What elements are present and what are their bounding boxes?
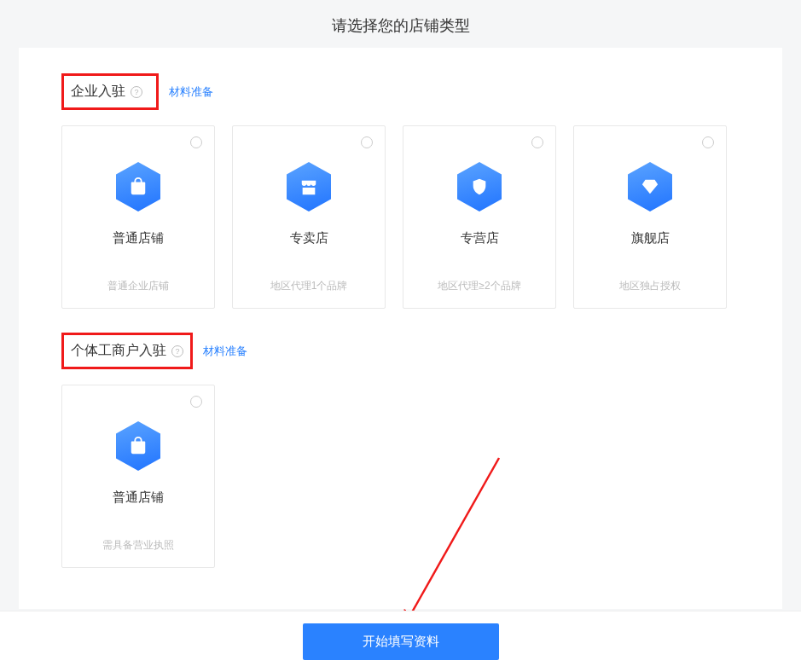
store-name: 专卖店 bbox=[290, 230, 328, 246]
radio-indicator[interactable] bbox=[531, 136, 543, 148]
store-desc: 地区代理1个品牌 bbox=[270, 279, 348, 293]
store-card-flagship[interactable]: 旗舰店 地区独占授权 bbox=[573, 125, 727, 309]
store-card-normal[interactable]: 普通店铺 普通企业店铺 bbox=[61, 125, 215, 309]
section-header-enterprise: 企业入驻 ? 材料准备 bbox=[61, 73, 740, 110]
section-title-highlight: 企业入驻 ? bbox=[61, 73, 159, 110]
radio-indicator[interactable] bbox=[361, 136, 373, 148]
store-icon-store bbox=[287, 162, 331, 211]
store-desc: 需具备营业执照 bbox=[102, 538, 174, 553]
bag-icon bbox=[129, 437, 148, 455]
store-name: 普通店铺 bbox=[113, 230, 164, 246]
store-name: 专营店 bbox=[461, 230, 499, 246]
radio-indicator[interactable] bbox=[190, 396, 202, 408]
store-card-specialty[interactable]: 专卖店 地区代理1个品牌 bbox=[232, 125, 386, 309]
store-icon-diamond bbox=[628, 162, 672, 211]
store-card-franchise[interactable]: 专营店 地区代理≥2个品牌 bbox=[403, 125, 556, 309]
diamond-icon bbox=[641, 177, 659, 196]
store-desc: 普通企业店铺 bbox=[107, 279, 169, 293]
materials-link-individual[interactable]: 材料准备 bbox=[203, 344, 247, 359]
store-card-individual-normal[interactable]: 普通店铺 需具备营业执照 bbox=[61, 385, 215, 568]
radio-indicator[interactable] bbox=[702, 136, 714, 148]
store-desc: 地区独占授权 bbox=[619, 279, 681, 293]
store-icon bbox=[299, 177, 318, 196]
store-icon-bag bbox=[116, 421, 160, 471]
section-title-highlight: 个体工商户入驻 ? bbox=[61, 333, 193, 369]
bottom-action-bar: 开始填写资料 bbox=[0, 611, 801, 672]
help-icon[interactable]: ? bbox=[171, 345, 183, 357]
submit-button[interactable]: 开始填写资料 bbox=[303, 623, 499, 660]
materials-link-enterprise[interactable]: 材料准备 bbox=[169, 84, 213, 100]
store-name: 普通店铺 bbox=[113, 490, 164, 506]
radio-indicator[interactable] bbox=[190, 136, 202, 148]
section-title-enterprise: 企业入驻 bbox=[71, 83, 125, 101]
bag-icon bbox=[129, 177, 148, 196]
store-desc: 地区代理≥2个品牌 bbox=[438, 279, 520, 293]
store-icon-bag bbox=[116, 162, 160, 211]
store-name: 旗舰店 bbox=[631, 230, 670, 246]
store-grid-individual: 普通店铺 需具备营业执照 bbox=[61, 385, 740, 568]
store-grid-enterprise: 普通店铺 普通企业店铺 专卖店 地区代理1个品牌 专营店 地区代理≥2个品牌 旗… bbox=[61, 125, 740, 309]
main-panel: 企业入驻 ? 材料准备 普通店铺 普通企业店铺 专卖店 地区代理1个品牌 bbox=[19, 48, 782, 609]
page-title: 请选择您的店铺类型 bbox=[0, 0, 801, 48]
section-header-individual: 个体工商户入驻 ? 材料准备 bbox=[61, 333, 740, 369]
store-icon-shield bbox=[457, 162, 502, 211]
help-icon[interactable]: ? bbox=[131, 86, 142, 98]
section-title-individual: 个体工商户入驻 bbox=[71, 342, 166, 360]
shield-icon bbox=[470, 177, 489, 196]
